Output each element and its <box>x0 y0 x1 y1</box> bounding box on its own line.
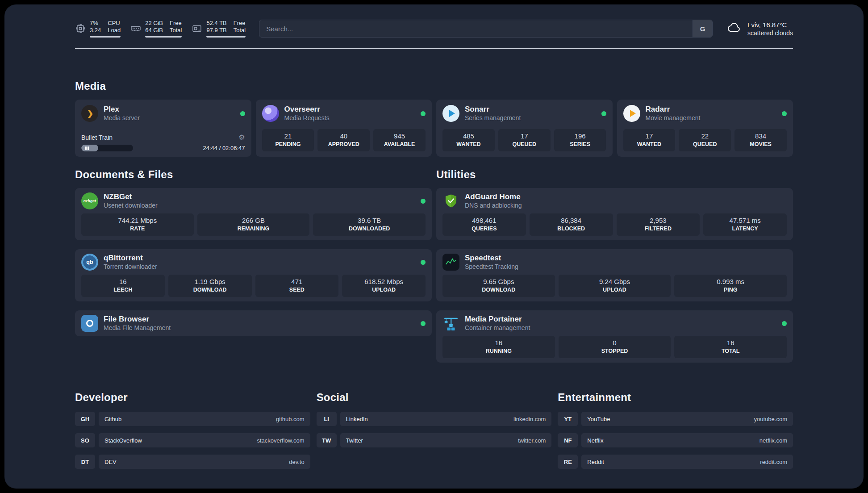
app-card-filebrowser[interactable]: File Browser Media File Management <box>75 310 432 336</box>
bookmark-name: Netflix <box>587 437 603 444</box>
bookmark-dev[interactable]: DT DEV dev.to <box>75 455 310 469</box>
stat-tile-queries: 498,461 QUERIES <box>442 213 526 236</box>
stat-value: 485 <box>444 132 493 140</box>
app-name: NZBGet <box>104 192 158 201</box>
stat-label: DOWNLOAD <box>170 287 250 293</box>
stat-value: 86,384 <box>531 217 611 225</box>
stat-tile-ping: 0.993 ms PING <box>674 275 787 297</box>
cpu-usage-value: 7% <box>90 20 101 27</box>
bookmark-stackoverflow[interactable]: SO StackOverflow stackoverflow.com <box>75 433 310 447</box>
bookmark-name: Github <box>104 416 121 422</box>
stat-tile-pending: 21 PENDING <box>262 129 314 151</box>
stat-tile-queued: 17 QUEUED <box>498 129 551 151</box>
stat-value: 744.21 Mbps <box>83 217 192 225</box>
topbar: 7% 3.24 CPU Load <box>75 20 793 38</box>
bookmark-linkedin[interactable]: LI LinkedIn linkedin.com <box>317 412 552 426</box>
stat-label: LATENCY <box>705 226 785 232</box>
bookmark-netflix[interactable]: NF Netflix netflix.com <box>558 433 793 447</box>
stat-tile-available: 945 AVAILABLE <box>373 129 426 151</box>
bookmark-name: Twitter <box>346 437 363 444</box>
stat-tile-seed: 471 SEED <box>255 275 339 297</box>
radarr-icon <box>623 105 640 122</box>
stat-label: DOWNLOAD <box>444 287 553 293</box>
app-card-portainer[interactable]: Media Portainer Container management 16 … <box>436 310 793 363</box>
pause-icon[interactable] <box>85 146 89 150</box>
playback-progress-bar[interactable] <box>81 145 133 151</box>
status-dot-online <box>601 111 606 116</box>
search-input[interactable] <box>259 20 693 37</box>
stat-tile-series: 196 SERIES <box>554 129 606 151</box>
app-name: Radarr <box>646 105 701 114</box>
stat-label: UPLOAD <box>344 287 424 293</box>
weather-widget[interactable]: Lviv, 16.87°C scattered clouds <box>726 21 793 37</box>
weather-location-temp: Lviv, 16.87°C <box>747 21 793 29</box>
stat-value: 9.65 Gbps <box>444 278 553 286</box>
stat-label: PING <box>676 287 785 293</box>
app-card-nzbget[interactable]: nzbget NZBGet Usenet downloader 744.21 M… <box>75 188 432 240</box>
stat-value: 17 <box>500 132 549 140</box>
bookmark-reddit[interactable]: RE Reddit reddit.com <box>558 455 793 469</box>
bookmark-url: github.com <box>276 416 305 422</box>
section-title-developer: Developer <box>75 391 310 404</box>
section-title-social: Social <box>317 391 552 404</box>
bookmark-name: YouTube <box>587 416 610 422</box>
stat-value: 471 <box>257 278 337 286</box>
stat-value: 39.6 TB <box>315 217 424 225</box>
bookmark-name: LinkedIn <box>346 416 368 422</box>
section-entertainment: Entertainment YT YouTube youtube.com NF … <box>558 391 793 469</box>
bookmark-twitter[interactable]: TW Twitter twitter.com <box>317 433 552 447</box>
app-card-qbittorrent[interactable]: qb qBittorrent Torrent downloader 16 LEE… <box>75 249 432 301</box>
app-name: File Browser <box>104 315 171 324</box>
app-name: Sonarr <box>465 105 521 114</box>
stat-label: BLOCKED <box>531 226 611 232</box>
app-card-adguard[interactable]: AdGuard Home DNS and adblocking 498,461 … <box>436 188 793 240</box>
bookmark-url: netflix.com <box>760 437 787 444</box>
stat-value: 618.52 Mbps <box>344 278 424 286</box>
stat-label: STOPPED <box>560 348 669 355</box>
stat-tile-stopped: 0 STOPPED <box>559 336 671 358</box>
app-subtitle: Speedtest Tracking <box>465 263 518 271</box>
settings-gear-icon[interactable]: ⚙ <box>238 134 245 141</box>
app-card-sonarr[interactable]: Sonarr Series management 485 WANTED 17 Q… <box>436 100 613 157</box>
bookmark-youtube[interactable]: YT YouTube youtube.com <box>558 412 793 426</box>
bookmark-url: stackoverflow.com <box>257 437 304 444</box>
stat-tile-approved: 40 APPROVED <box>317 129 370 151</box>
bookmark-abbr: RE <box>558 455 578 469</box>
stat-label: DOWNLOADED <box>315 226 424 232</box>
app-subtitle: Media Requests <box>284 114 330 122</box>
disk-stat: 52.4 TB 97.9 TB Free Total <box>192 20 246 38</box>
bookmark-github[interactable]: GH Github github.com <box>75 412 310 426</box>
stat-tile-filtered: 2,953 FILTERED <box>617 213 700 236</box>
stat-tile-blocked: 86,384 BLOCKED <box>530 213 613 236</box>
stat-label: RUNNING <box>444 348 553 355</box>
ram-free-value: 22 GiB <box>145 20 163 27</box>
app-name: Speedtest <box>465 254 518 263</box>
app-subtitle: Media server <box>104 114 140 122</box>
stat-tile-rate: 744.21 Mbps RATE <box>81 213 194 236</box>
stat-value: 47.571 ms <box>705 217 785 225</box>
section-title-entertainment: Entertainment <box>558 391 793 404</box>
app-card-speedtest[interactable]: Speedtest Speedtest Tracking 9.65 Gbps D… <box>436 249 793 301</box>
stat-value: 498,461 <box>444 217 524 225</box>
stat-tile-upload: 9.24 Gbps UPLOAD <box>559 275 671 297</box>
overseerr-icon <box>262 105 279 122</box>
bookmark-url: youtube.com <box>754 416 787 422</box>
stat-tile-wanted: 17 WANTED <box>623 129 676 151</box>
stat-value: 17 <box>625 132 674 140</box>
ram-total-label: Total <box>170 27 182 34</box>
bookmark-abbr: GH <box>75 412 95 426</box>
system-stats: 7% 3.24 CPU Load <box>75 20 246 38</box>
topbar-divider <box>75 48 793 49</box>
stat-value: 0.993 ms <box>676 278 785 286</box>
disk-total-label: Total <box>234 27 246 34</box>
app-card-radarr[interactable]: Radarr Movie management 17 WANTED 22 QUE… <box>617 100 793 157</box>
disk-bar <box>206 36 246 38</box>
cloud-icon <box>726 21 742 36</box>
bookmark-name: DEV <box>104 459 117 465</box>
app-name: Overseerr <box>284 105 330 114</box>
cpu-load-label: Load <box>108 27 121 34</box>
search-engine-button[interactable]: G <box>693 20 712 37</box>
stat-tile-running: 16 RUNNING <box>442 336 555 358</box>
app-card-plex[interactable]: ❯ Plex Media server Bullet Train ⚙ <box>75 100 251 157</box>
app-card-overseerr[interactable]: Overseerr Media Requests 21 PENDING 40 A… <box>256 100 432 157</box>
